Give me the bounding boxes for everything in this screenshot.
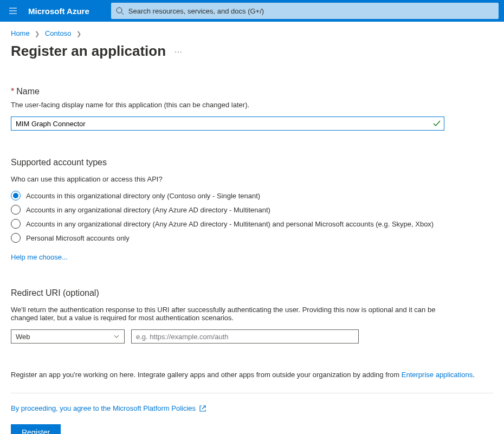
radio-icon	[11, 191, 21, 200]
page-title: Register an application	[11, 43, 166, 60]
platform-value: Web	[16, 333, 30, 341]
search-wrap	[111, 3, 504, 19]
help-me-choose-link[interactable]: Help me choose...	[11, 253, 68, 261]
radio-multi-personal[interactable]: Accounts in any organizational directory…	[11, 219, 493, 229]
search-icon	[115, 7, 124, 15]
redirect-title: Redirect URI (optional)	[11, 288, 493, 298]
external-link-icon	[199, 405, 206, 412]
radio-label: Accounts in any organizational directory…	[26, 220, 434, 228]
name-label: *Name	[11, 87, 493, 96]
search-input[interactable]	[128, 7, 494, 15]
platform-policies-link[interactable]: By proceeding, you agree to the Microsof…	[11, 404, 196, 412]
radio-single-tenant[interactable]: Accounts in this organizational director…	[11, 191, 493, 200]
radio-icon	[11, 205, 21, 215]
more-actions-button[interactable]: ···	[175, 47, 183, 56]
top-bar: Microsoft Azure	[0, 0, 504, 22]
name-description: The user-facing display name for this ap…	[11, 101, 493, 109]
svg-line-5	[202, 406, 205, 409]
redirect-description: We'll return the authentication response…	[11, 306, 461, 322]
account-types-question: Who can use this application or access t…	[11, 175, 493, 183]
breadcrumb: Home ❯ Contoso ❯	[0, 22, 504, 43]
divider	[11, 393, 493, 393]
hamburger-icon	[9, 7, 17, 15]
register-button[interactable]: Register	[11, 424, 61, 434]
chevron-right-icon: ❯	[35, 30, 40, 37]
platform-select[interactable]: Web	[11, 329, 125, 344]
menu-button[interactable]	[0, 0, 26, 22]
radio-label: Personal Microsoft accounts only	[26, 234, 130, 242]
chevron-down-icon	[113, 333, 120, 340]
radio-multi-tenant[interactable]: Accounts in any organizational directory…	[11, 205, 493, 215]
radio-icon	[11, 219, 21, 229]
name-input-wrap	[11, 116, 444, 131]
account-types-title: Supported account types	[11, 158, 493, 167]
agree-row: By proceeding, you agree to the Microsof…	[11, 404, 493, 412]
redirect-row: Web	[11, 329, 493, 344]
brand-label: Microsoft Azure	[26, 7, 111, 16]
breadcrumb-org[interactable]: Contoso	[45, 29, 71, 37]
svg-point-3	[117, 8, 122, 13]
radio-personal-only[interactable]: Personal Microsoft accounts only	[11, 233, 493, 243]
check-icon	[432, 119, 441, 128]
page-header: Register an application ···	[11, 43, 493, 60]
name-input[interactable]	[11, 116, 444, 131]
gallery-note: Register an app you're working on here. …	[11, 371, 493, 379]
account-types-radio-group: Accounts in this organizational director…	[11, 191, 493, 243]
chevron-right-icon: ❯	[76, 30, 81, 37]
redirect-uri-input[interactable]	[131, 329, 359, 344]
enterprise-apps-link[interactable]: Enterprise applications	[402, 371, 473, 379]
radio-icon	[11, 233, 21, 243]
breadcrumb-home[interactable]: Home	[11, 29, 30, 37]
radio-label: Accounts in any organizational directory…	[26, 206, 270, 214]
svg-line-4	[121, 12, 124, 15]
required-indicator: *	[11, 87, 14, 96]
radio-label: Accounts in this organizational director…	[26, 192, 260, 200]
search-box[interactable]	[111, 3, 499, 19]
